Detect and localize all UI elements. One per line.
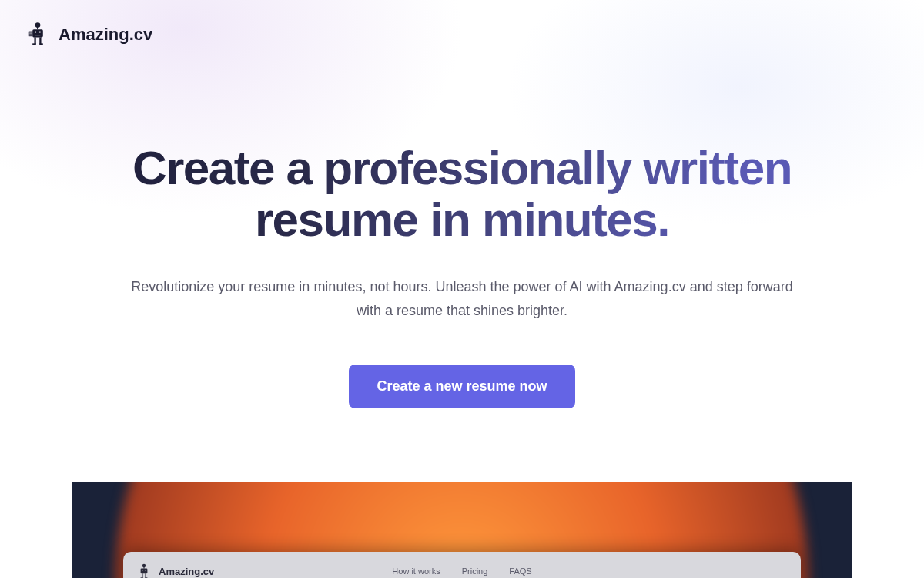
hero-title: Create a professionally written resume i… <box>77 143 847 246</box>
preview-nav-how-it-works[interactable]: How it works <box>392 566 440 576</box>
preview-browser-chrome: Amazing.cv How it works Pricing FAQS <box>123 552 801 578</box>
main-header: Amazing.cv <box>0 0 924 69</box>
svg-rect-14 <box>143 566 144 568</box>
create-resume-button[interactable]: Create a new resume now <box>349 365 574 408</box>
svg-rect-19 <box>145 573 146 578</box>
logo[interactable]: Amazing.cv <box>25 22 152 48</box>
svg-rect-4 <box>29 32 32 33</box>
svg-rect-1 <box>37 27 38 29</box>
product-preview: Amazing.cv How it works Pricing FAQS <box>72 482 852 578</box>
svg-point-6 <box>35 31 36 32</box>
svg-rect-15 <box>141 569 148 574</box>
svg-rect-2 <box>32 29 43 37</box>
svg-point-7 <box>39 31 41 32</box>
preview-logo: Amazing.cv <box>137 563 214 578</box>
svg-rect-8 <box>35 35 41 35</box>
robot-icon <box>25 22 51 48</box>
svg-rect-9 <box>34 37 35 44</box>
svg-rect-18 <box>142 573 142 578</box>
hero-section: Create a professionally written resume i… <box>0 69 924 408</box>
svg-rect-11 <box>32 43 36 45</box>
svg-rect-5 <box>29 33 32 34</box>
preview-nav: How it works Pricing FAQS <box>392 566 531 576</box>
robot-icon <box>137 563 152 578</box>
hero-subtitle: Revolutionize your resume in minutes, no… <box>127 275 797 322</box>
svg-point-16 <box>142 570 142 570</box>
preview-brand-name: Amazing.cv <box>159 566 214 577</box>
svg-rect-10 <box>39 37 41 44</box>
svg-point-17 <box>145 570 146 570</box>
preview-nav-pricing[interactable]: Pricing <box>462 566 488 576</box>
brand-name: Amazing.cv <box>59 25 152 45</box>
svg-rect-12 <box>39 43 43 45</box>
preview-nav-faqs[interactable]: FAQS <box>509 566 531 576</box>
